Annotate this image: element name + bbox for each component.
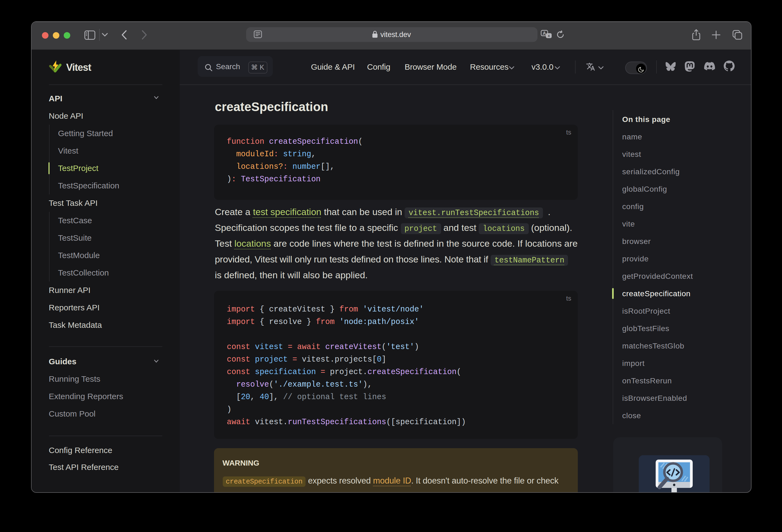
svg-text:A: A: [542, 31, 546, 36]
svg-text:x: x: [547, 33, 550, 38]
